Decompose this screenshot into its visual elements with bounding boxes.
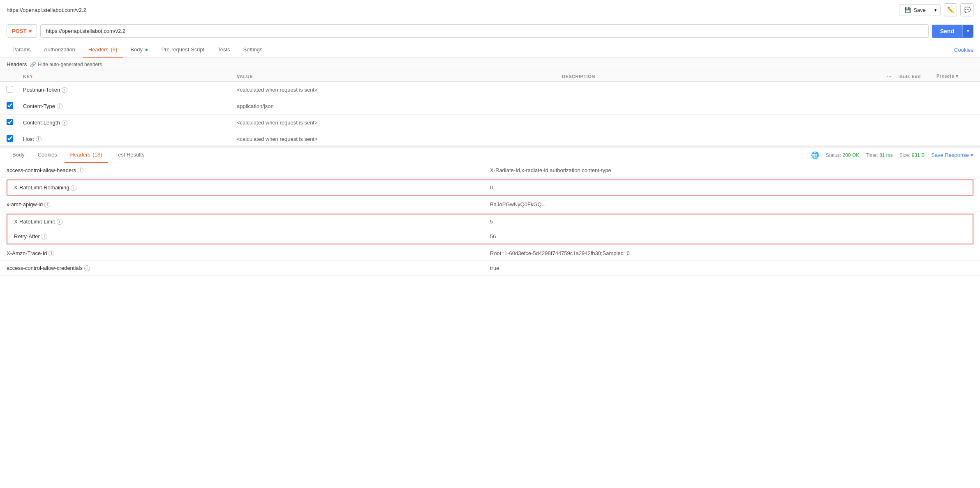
send-dropdown-button[interactable]: ▾: [962, 25, 973, 37]
info-icon[interactable]: i: [71, 185, 76, 191]
tab-pre-request[interactable]: Pre-request Script: [155, 42, 210, 58]
tab-settings[interactable]: Settings: [238, 42, 268, 58]
tab-cookies[interactable]: Cookies: [954, 43, 973, 57]
table-row: Host i <calculated when request is sent>: [0, 131, 980, 146]
edit-button[interactable]: ✏️: [944, 3, 957, 16]
response-tab-body[interactable]: Body: [7, 147, 30, 163]
response-header-row: X-RateLimit-Remaining i 0: [7, 180, 973, 195]
info-icon[interactable]: i: [36, 136, 42, 142]
row-checkbox[interactable]: [7, 119, 13, 125]
info-icon[interactable]: i: [78, 168, 83, 173]
time-value: 81 ms: [879, 152, 893, 158]
save-response-dropdown-icon: ▾: [971, 152, 973, 158]
method-dropdown-icon: ▾: [29, 28, 32, 34]
highlighted-row-x-ratelimit-remaining: X-RateLimit-Remaining i 0: [7, 180, 973, 196]
hide-headers-button[interactable]: 🔗 Hide auto-generated headers: [30, 62, 102, 67]
tab-body[interactable]: Body ●: [125, 42, 154, 58]
request-tabs: Params Authorization Headers (9) Body ● …: [0, 42, 980, 58]
col-bulk-edit[interactable]: Bulk Edit: [899, 74, 936, 79]
top-bar-url: https://openapi.stellabot.com/v2.2: [7, 7, 86, 13]
save-icon: 💾: [904, 7, 911, 13]
response-headers-table: access-control-allow-headers i X-Radiate…: [0, 163, 980, 276]
row-checkbox[interactable]: [7, 135, 13, 142]
time-label: Time:: [866, 152, 878, 158]
request-table-header: KEY VALUE DESCRIPTION ··· Bulk Edit Pres…: [0, 71, 980, 82]
save-response-button[interactable]: Save Response ▾: [931, 152, 973, 158]
info-icon[interactable]: i: [57, 104, 62, 109]
method-select[interactable]: POST ▾: [7, 24, 37, 38]
table-row: Content-Type i application/json: [0, 98, 980, 115]
response-header-row: Retry-After i 56: [7, 229, 973, 244]
info-icon[interactable]: i: [57, 219, 62, 225]
request-headers-table: KEY VALUE DESCRIPTION ··· Bulk Edit Pres…: [0, 71, 980, 146]
info-icon[interactable]: i: [42, 234, 47, 239]
comment-icon: 💬: [964, 7, 971, 13]
response-header-row: access-control-allow-headers i X-Radiate…: [0, 163, 980, 178]
url-bar: POST ▾ Send ▾: [0, 20, 980, 42]
info-icon[interactable]: i: [62, 87, 67, 93]
size-value: 931 B: [912, 152, 925, 158]
row-checkbox[interactable]: [7, 102, 13, 109]
globe-icon: 🌐: [811, 151, 819, 159]
send-button[interactable]: Send: [932, 25, 962, 38]
method-label: POST: [12, 28, 26, 34]
tab-authorization[interactable]: Authorization: [38, 42, 81, 58]
status-label: Status:: [826, 152, 841, 158]
top-bar-actions: 💾 Save ▾ ✏️ 💬: [899, 3, 973, 16]
tab-headers[interactable]: Headers (9): [83, 42, 123, 58]
col-presets[interactable]: Presets ▾: [936, 74, 973, 79]
url-input[interactable]: [40, 24, 928, 38]
response-header-row: X-Amzn-Trace-Id i Root=1-60d3efce-5d4298…: [0, 246, 980, 261]
response-tab-headers[interactable]: Headers (18): [65, 147, 108, 163]
col-description: DESCRIPTION: [562, 74, 887, 79]
tab-tests[interactable]: Tests: [212, 42, 236, 58]
table-row: Postman-Token i <calculated when request…: [0, 82, 980, 98]
top-bar: https://openapi.stellabot.com/v2.2 💾 Sav…: [0, 0, 980, 20]
edit-icon: ✏️: [947, 7, 954, 13]
col-dots: ···: [887, 74, 899, 79]
response-header-row: access-control-allow-credentials i true: [0, 261, 980, 276]
response-tabs: Body Cookies Headers (18) Test Results 🌐…: [0, 147, 980, 163]
info-icon[interactable]: i: [49, 251, 54, 256]
headers-section-header: Headers 🔗 Hide auto-generated headers: [0, 58, 980, 71]
response-tab-test-results[interactable]: Test Results: [109, 147, 150, 163]
save-button-group[interactable]: 💾 Save ▾: [899, 4, 941, 16]
col-value: VALUE: [237, 74, 562, 79]
response-meta: 🌐 Status: 200 OK Time: 81 ms Size: 931 B…: [811, 148, 973, 162]
table-row: Content-Length i <calculated when reques…: [0, 115, 980, 131]
send-button-group[interactable]: Send ▾: [932, 25, 973, 38]
info-icon[interactable]: i: [84, 265, 90, 271]
save-button[interactable]: 💾 Save: [899, 5, 931, 16]
comment-button[interactable]: 💬: [960, 3, 973, 16]
status-value: 200 OK: [843, 152, 860, 158]
response-header-row: x-amz-apigw-id i BaJoPGwNyQ0FkGQ=: [0, 197, 980, 212]
row-checkbox[interactable]: [7, 86, 13, 92]
save-dropdown-button[interactable]: ▾: [931, 5, 940, 15]
tab-params[interactable]: Params: [7, 42, 37, 58]
hide-icon: 🔗: [30, 62, 36, 67]
info-icon[interactable]: i: [44, 202, 50, 207]
info-icon[interactable]: i: [62, 120, 67, 126]
response-tab-cookies[interactable]: Cookies: [32, 147, 63, 163]
size-label: Size:: [899, 152, 911, 158]
col-key: KEY: [23, 74, 237, 79]
highlighted-row-rate-limit-group: X-RateLimit-Limit i 5 Retry-After i 56: [7, 214, 973, 244]
section-title: Headers: [7, 61, 27, 67]
response-header-row: X-RateLimit-Limit i 5: [7, 214, 973, 229]
